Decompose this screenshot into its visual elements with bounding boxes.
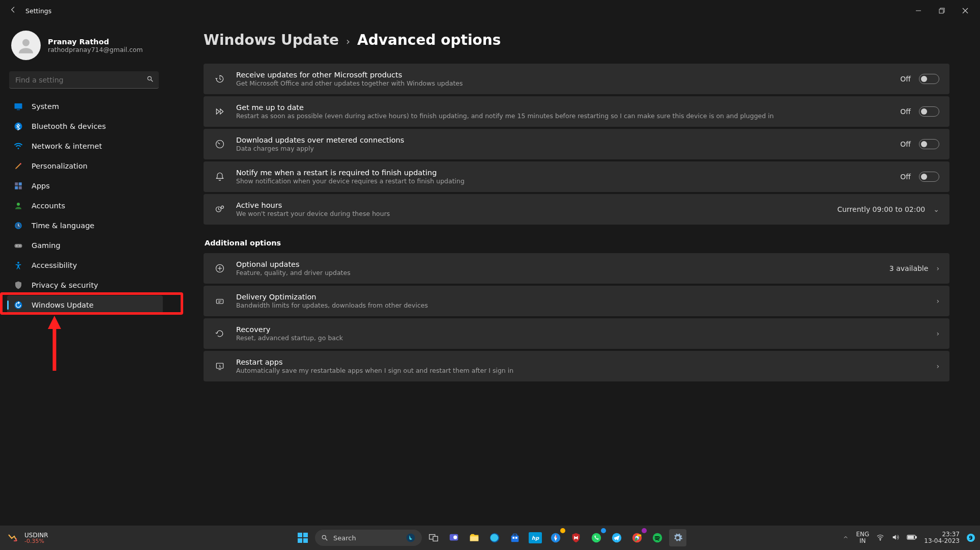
taskbar-app-settings[interactable] xyxy=(669,529,686,546)
delivery-icon xyxy=(213,296,227,306)
notification-badge[interactable]: 9 xyxy=(967,534,975,542)
taskbar-app-mcafee[interactable] xyxy=(567,529,585,546)
option-restart-apps[interactable]: Restart apps Automatically save my resta… xyxy=(204,351,949,381)
toggle-switch[interactable] xyxy=(919,139,939,149)
clock[interactable]: 23:37 13-04-2023 xyxy=(924,531,960,544)
option-tail-text: 3 available xyxy=(889,264,929,272)
sidebar-item-label: Gaming xyxy=(32,241,61,250)
option-sub: Automatically save my restartable apps w… xyxy=(236,367,927,374)
stocks-icon xyxy=(5,530,20,545)
svg-point-28 xyxy=(221,206,224,208)
sidebar-item-personalization[interactable]: Personalization xyxy=(7,156,163,176)
option-delivery-optimization[interactable]: Delivery Optimization Bandwidth limits f… xyxy=(204,286,949,316)
sidebar-item-network[interactable]: Network & internet xyxy=(7,136,163,156)
taskbar-widget[interactable]: USDINR -0.35% xyxy=(5,530,48,545)
chevron-right-icon: › xyxy=(346,35,350,47)
search-icon xyxy=(321,534,328,541)
svg-line-37 xyxy=(326,539,328,541)
tray-chevron-icon[interactable] xyxy=(843,534,849,542)
toggle-state: Off xyxy=(900,107,911,116)
profile-block[interactable]: Pranay Rathod rathodpranay714@gmail.com xyxy=(5,26,163,69)
toggle-state: Off xyxy=(900,173,911,181)
svg-point-20 xyxy=(16,245,17,246)
toggle-switch[interactable] xyxy=(919,74,939,84)
sidebar-item-system[interactable]: System xyxy=(7,97,163,116)
bell-icon xyxy=(213,172,227,182)
svg-rect-34 xyxy=(298,538,302,543)
svg-rect-15 xyxy=(19,186,22,189)
volume-icon[interactable] xyxy=(891,533,900,543)
sidebar-item-label: Accounts xyxy=(32,202,65,210)
taskbar-app-taskview[interactable] xyxy=(425,529,442,546)
option-metered[interactable]: Download updates over metered connection… xyxy=(204,129,949,159)
option-notify-restart[interactable]: Notify me when a restart is required to … xyxy=(204,161,949,192)
sidebar-item-label: System xyxy=(32,102,59,111)
taskbar-app-edge[interactable] xyxy=(486,529,503,546)
svg-rect-8 xyxy=(15,103,22,109)
taskbar-app-hp[interactable]: hp xyxy=(527,529,544,546)
svg-marker-25 xyxy=(48,316,61,329)
sidebar-item-apps[interactable]: Apps xyxy=(7,176,163,196)
option-receive-updates[interactable]: Receive updates for other Microsoft prod… xyxy=(204,64,949,94)
option-sub: Data charges may apply xyxy=(236,145,891,152)
start-button[interactable] xyxy=(294,529,312,547)
option-sub: Get Microsoft Office and other updates t… xyxy=(236,79,891,87)
option-sub: Restart as soon as possible (even during… xyxy=(236,112,891,120)
taskbar-app-explorer[interactable] xyxy=(466,529,483,546)
back-button[interactable] xyxy=(3,6,23,16)
sidebar-item-windows-update[interactable]: Windows Update xyxy=(7,295,163,315)
toggle-switch[interactable] xyxy=(919,172,939,182)
option-title: Restart apps xyxy=(236,358,927,366)
svg-rect-62 xyxy=(916,536,917,538)
sidebar-item-accessibility[interactable]: Accessibility xyxy=(7,256,163,275)
taskbar-app-chrome[interactable] xyxy=(628,529,646,546)
sidebar-item-label: Windows Update xyxy=(32,301,94,309)
bluetooth-icon xyxy=(13,121,23,131)
svg-point-16 xyxy=(17,203,20,206)
sidebar-item-accounts[interactable]: Accounts xyxy=(7,196,163,215)
svg-rect-43 xyxy=(470,536,479,541)
sidebar-item-time[interactable]: Time & language xyxy=(7,216,163,235)
sidebar-item-label: Bluetooth & devices xyxy=(32,122,106,130)
svg-line-7 xyxy=(151,80,153,82)
option-sub: We won't restart your device during thes… xyxy=(236,210,828,217)
brush-icon xyxy=(13,161,23,171)
avatar xyxy=(11,31,41,60)
breadcrumb-parent[interactable]: Windows Update xyxy=(204,32,339,48)
option-title: Delivery Optimization xyxy=(236,293,927,301)
svg-rect-48 xyxy=(515,537,517,539)
maximize-button[interactable] xyxy=(930,3,954,19)
option-recovery[interactable]: Recovery Reset, advanced startup, go bac… xyxy=(204,318,949,349)
close-button[interactable] xyxy=(954,3,977,19)
svg-rect-9 xyxy=(17,109,20,110)
option-sub: Bandwidth limits for updates, downloads … xyxy=(236,301,927,309)
taskbar-app-store[interactable] xyxy=(506,529,524,546)
sidebar-item-label: Privacy & security xyxy=(32,281,98,289)
svg-rect-30 xyxy=(216,299,223,304)
taskbar-search[interactable]: Search xyxy=(315,530,422,546)
toggle-switch[interactable] xyxy=(919,106,939,117)
sidebar-item-bluetooth[interactable]: Bluetooth & devices xyxy=(7,117,163,136)
taskbar-app-spotify[interactable] xyxy=(649,529,666,546)
system-icon xyxy=(13,101,23,112)
taskbar-app-whatsapp[interactable] xyxy=(588,529,605,546)
taskbar-app-chat[interactable] xyxy=(445,529,463,546)
sidebar-item-privacy[interactable]: Privacy & security xyxy=(7,276,163,295)
option-active-hours[interactable]: Active hours We won't restart your devic… xyxy=(204,194,949,225)
search-box[interactable] xyxy=(9,71,159,89)
account-icon xyxy=(13,201,23,211)
language-indicator[interactable]: ENG IN xyxy=(856,531,869,544)
section-additional-title: Additional options xyxy=(205,239,949,247)
taskbar-app-telegram[interactable] xyxy=(608,529,625,546)
svg-rect-14 xyxy=(15,186,18,189)
search-input[interactable] xyxy=(14,75,147,85)
option-optional-updates[interactable]: Optional updates Feature, quality, and d… xyxy=(204,253,949,284)
minimize-button[interactable] xyxy=(907,3,930,19)
sidebar-item-gaming[interactable]: Gaming xyxy=(7,236,163,255)
option-get-me-up-to-date[interactable]: Get me up to date Restart as soon as pos… xyxy=(204,96,949,127)
chevron-right-icon: › xyxy=(936,264,939,272)
battery-icon[interactable] xyxy=(907,534,917,542)
chevron-right-icon: › xyxy=(936,329,939,338)
wifi-icon[interactable] xyxy=(876,533,884,543)
taskbar-app-safari[interactable] xyxy=(547,529,564,546)
